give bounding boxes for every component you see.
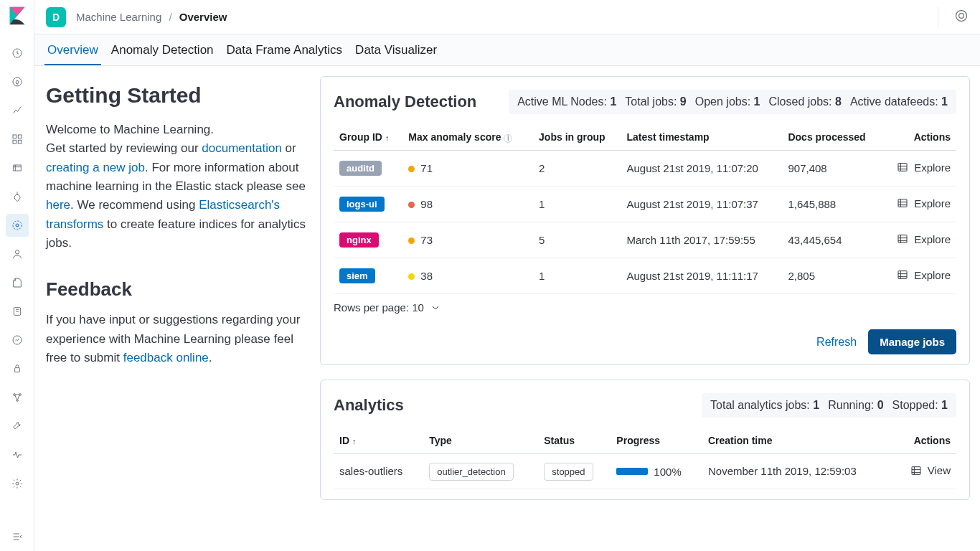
left-nav — [0, 0, 34, 551]
sort-asc-icon: ↑ — [385, 133, 390, 142]
svg-point-1 — [13, 77, 22, 86]
col-type[interactable]: Type — [423, 428, 538, 454]
group-badge[interactable]: auditd — [339, 161, 382, 176]
table-row: logs-ui981August 21st 2019, 11:07:371,64… — [334, 187, 956, 222]
svg-point-15 — [16, 482, 19, 485]
analytics-table: ID↑ Type Status Progress Creation time A… — [334, 428, 956, 489]
col-actions2: Actions — [894, 428, 956, 454]
jobs-count: 1 — [533, 258, 621, 294]
docs-processed: 1,645,888 — [782, 187, 882, 222]
nav-siem-icon[interactable] — [6, 357, 29, 380]
anomaly-stats: Active ML Nodes: 1 Total jobs: 9 Open jo… — [509, 90, 956, 114]
explore-link[interactable]: Explore — [897, 161, 951, 174]
nav-machine-learning-icon[interactable] — [6, 214, 29, 237]
explore-link[interactable]: Explore — [897, 233, 951, 245]
tab-data-visualizer[interactable]: Data Visualizer — [352, 36, 440, 65]
nav-canvas-icon[interactable] — [6, 156, 29, 179]
link-create-job[interactable]: creating a new job — [46, 161, 145, 174]
svg-rect-18 — [898, 164, 907, 171]
anomaly-panel: Anomaly Detection Active ML Nodes: 1 Tot… — [320, 76, 970, 365]
breadcrumb: Machine Learning / Overview — [76, 11, 227, 23]
tab-overview[interactable]: Overview — [44, 36, 101, 65]
nav-dashboard-icon[interactable] — [6, 128, 29, 151]
creation-time: November 11th 2019, 12:59:03 — [702, 454, 894, 489]
explore-link[interactable]: Explore — [897, 269, 951, 281]
tab-anomaly-detection[interactable]: Anomaly Detection — [108, 36, 217, 65]
col-latest-ts[interactable]: Latest timestamp — [621, 124, 782, 151]
svg-rect-22 — [912, 466, 920, 474]
docs-processed: 2,805 — [782, 258, 882, 294]
nav-discover-icon[interactable] — [6, 70, 29, 93]
getting-started-text: Welcome to Machine Learning. Get started… — [46, 121, 307, 253]
group-badge[interactable]: nginx — [339, 232, 379, 248]
nav-collapse-icon[interactable] — [6, 525, 29, 548]
nav-apm-icon[interactable] — [6, 300, 29, 323]
space-badge[interactable]: D — [46, 7, 66, 27]
table-row: siem381August 21st 2019, 11:11:172,805Ex… — [334, 258, 956, 294]
col-max-score[interactable]: Max anomaly scorei — [402, 124, 533, 151]
rows-per-page[interactable]: Rows per page: 10 — [334, 301, 441, 314]
col-progress[interactable]: Progress — [611, 428, 702, 454]
group-badge[interactable]: logs-ui — [339, 197, 385, 212]
svg-point-16 — [956, 11, 967, 22]
breadcrumb-separator: / — [169, 11, 171, 23]
sort-asc-icon: ↑ — [352, 437, 357, 446]
col-jobs-in-group[interactable]: Jobs in group — [533, 124, 621, 151]
col-actions: Actions — [882, 124, 956, 151]
analytics-panel: Analytics Total analytics jobs: 1 Runnin… — [320, 380, 970, 500]
anomaly-table: Group ID↑ Max anomaly scorei Jobs in gro… — [334, 124, 956, 294]
svg-rect-21 — [898, 271, 907, 279]
docs-processed: 43,445,654 — [782, 222, 882, 258]
table-row: nginx735March 11th 2017, 17:59:5543,445,… — [334, 222, 956, 258]
getting-started-title: Getting Started — [46, 83, 307, 108]
analytics-stats: Total analytics jobs: 1 Running: 0 Stopp… — [702, 393, 956, 418]
nav-management-icon[interactable] — [6, 472, 29, 495]
nav-visualize-icon[interactable] — [6, 99, 29, 122]
score-value: 98 — [420, 198, 433, 210]
feedback-text: If you have input or suggestions regardi… — [46, 311, 307, 367]
tabbar: Overview Anomaly Detection Data Frame An… — [34, 34, 980, 66]
col-id[interactable]: ID↑ — [334, 428, 423, 454]
nav-recently-viewed-icon[interactable] — [6, 42, 29, 65]
severity-dot — [408, 237, 415, 244]
refresh-button[interactable]: Refresh — [816, 336, 857, 349]
latest-ts: August 21st 2019, 11:07:37 — [621, 187, 782, 222]
view-link[interactable]: View — [910, 464, 951, 476]
group-badge[interactable]: siem — [339, 268, 375, 283]
manage-jobs-button[interactable]: Manage jobs — [868, 329, 956, 354]
nav-graph-icon[interactable] — [6, 386, 29, 409]
nav-dev-tools-icon[interactable] — [6, 415, 29, 438]
col-docs[interactable]: Docs processed — [782, 124, 882, 151]
newsfeed-icon[interactable] — [954, 9, 969, 25]
link-documentation[interactable]: documentation — [202, 141, 282, 155]
svg-rect-11 — [14, 368, 19, 372]
nav-uptime-icon[interactable] — [6, 329, 29, 352]
jobs-count: 2 — [533, 151, 621, 187]
col-group-id[interactable]: Group ID↑ — [334, 124, 402, 151]
svg-rect-4 — [13, 140, 17, 143]
kibana-logo[interactable] — [7, 6, 27, 26]
col-status[interactable]: Status — [538, 428, 611, 454]
link-here[interactable]: here — [46, 198, 70, 212]
jobs-count: 5 — [533, 222, 621, 258]
progress-bar — [616, 468, 648, 475]
col-creation[interactable]: Creation time — [702, 428, 894, 454]
score-value: 38 — [420, 270, 433, 282]
explore-link[interactable]: Explore — [897, 197, 951, 209]
nav-maps-icon[interactable] — [6, 185, 29, 208]
info-icon[interactable]: i — [504, 134, 512, 143]
nav-metrics-icon[interactable] — [6, 242, 29, 265]
severity-dot — [408, 273, 415, 280]
breadcrumb-current: Overview — [179, 11, 227, 23]
breadcrumb-parent[interactable]: Machine Learning — [76, 11, 161, 23]
jobs-count: 1 — [533, 187, 621, 222]
anomaly-title: Anomaly Detection — [334, 93, 476, 111]
svg-point-6 — [16, 224, 19, 227]
link-feedback[interactable]: feedback online — [123, 351, 209, 364]
nav-monitoring-icon[interactable] — [6, 443, 29, 466]
nav-logs-icon[interactable] — [6, 271, 29, 294]
type-badge: outlier_detection — [429, 463, 513, 481]
analytics-title: Analytics — [334, 396, 404, 415]
tab-data-frame-analytics[interactable]: Data Frame Analytics — [224, 36, 346, 65]
chevron-down-icon — [430, 302, 441, 314]
